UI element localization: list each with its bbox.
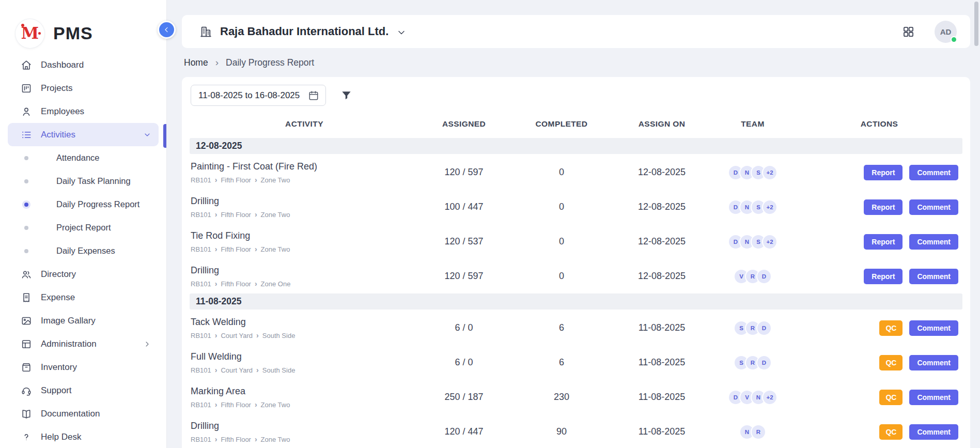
filter-icon[interactable] [340,89,352,101]
team-member-avatar[interactable]: D [756,320,772,336]
row-actions: ReportComment [796,234,962,250]
qc-button[interactable]: QC [879,320,903,336]
team-avatars: DNS+2 [709,199,796,215]
sidebar-item-help-desk[interactable]: Help Desk [8,425,159,448]
avatar-initials: AD [940,27,952,36]
comment-button[interactable]: Comment [909,355,958,370]
team-overflow-badge[interactable]: +2 [762,390,777,405]
support-icon [21,385,32,396]
assigned-value: 6 / 0 [419,322,509,333]
qc-button[interactable]: QC [879,355,903,370]
completed-value: 0 [509,236,614,247]
chevron-right-icon [215,57,219,67]
sidebar-subitem-daily-task-planning[interactable]: Daily Task Planning [8,169,159,193]
inventory-icon [21,362,32,373]
sidebar-item-support[interactable]: Support [8,379,159,402]
sidebar-collapse-button[interactable] [158,21,176,39]
projects-icon [21,83,32,94]
comment-button[interactable]: Comment [909,390,958,405]
company-selector[interactable]: Raja Bahadur International Ltd. [199,25,407,38]
sidebar-subitem-daily-expenses[interactable]: Daily Expenses [8,239,159,262]
user-avatar[interactable]: AD [935,21,957,43]
chevron-right-icon [215,436,217,443]
sidebar-item-employees[interactable]: Employees [8,100,159,123]
comment-button[interactable]: Comment [909,269,958,284]
chevron-right-icon [255,245,257,253]
sidebar-item-inventory[interactable]: Inventory [8,356,159,379]
activity-cell: Tie Rod FixingRB101Fifth FloorZone Two [190,230,419,253]
sidebar-item-label: Directory [41,269,76,280]
assign-on-date: 12-08-2025 [614,202,709,212]
sidebar-item-label: Support [41,385,72,396]
activity-title: Drilling [191,421,414,431]
report-button[interactable]: Report [864,234,903,250]
online-status-dot [951,36,957,43]
team-member-avatar[interactable]: D [756,355,772,370]
row-actions: ReportComment [796,199,962,215]
apps-grid-icon[interactable] [902,25,915,38]
activity-row: Full WeldingRB101Court YardSouth Side6 /… [190,345,962,380]
app-name: PMS [53,23,93,43]
sidebar-item-label: Inventory [41,362,77,373]
assigned-value: 120 / 447 [419,426,509,437]
sidebar-item-dashboard[interactable]: Dashboard [8,53,159,76]
sidebar-item-expense[interactable]: Expense [8,286,159,309]
report-button[interactable]: Report [864,199,903,215]
activity-cell: Tack WeldingRB101Court YardSouth Side [190,317,419,339]
chevron-left-icon [163,26,170,34]
bullet-icon [24,226,28,230]
team-overflow-badge[interactable]: +2 [762,234,777,250]
report-button[interactable]: Report [864,269,903,284]
team-member-avatar[interactable]: D [756,269,772,284]
date-range-input[interactable]: 11-08-2025 to 16-08-2025 [191,85,326,106]
activity-cell: Marking AreaRB101Fifth FloorZone Two [190,386,419,409]
sidebar-item-activities[interactable]: Activities [8,123,159,146]
sidebar-item-label: Employees [41,106,84,117]
sidebar-item-administration[interactable]: Administration [8,332,159,356]
report-button[interactable]: Report [864,165,903,180]
location-path-segment: Fifth Floor [221,211,251,219]
location-path-segment: Zone Two [261,245,290,253]
activity-location-path: RB101Fifth FloorZone Two [191,401,414,409]
sidebar-item-image-gallary[interactable]: Image Gallary [8,309,159,332]
activity-cell: DrillingRB101Fifth FloorZone Two [190,421,419,443]
sidebar-subitem-project-report[interactable]: Project Report [8,216,159,239]
active-section-rail [163,124,166,148]
chevron-right-icon [255,211,257,218]
scrollbar-thumb[interactable] [974,2,978,46]
activity-location-path: RB101Fifth FloorZone Two [191,436,414,443]
activity-row: Marking AreaRB101Fifth FloorZone Two250 … [190,380,962,414]
team-member-avatar[interactable]: R [751,424,766,440]
sidebar-item-documentation[interactable]: Documentation [8,402,159,425]
team-overflow-badge[interactable]: +2 [762,165,777,180]
activities-icon [21,129,32,141]
comment-button[interactable]: Comment [909,165,958,180]
location-path-segment: Zone One [261,280,291,288]
comment-button[interactable]: Comment [909,424,958,440]
qc-button[interactable]: QC [879,424,903,440]
activity-location-path: RB101Fifth FloorZone Two [191,245,414,253]
location-path-segment: Court Yard [221,366,253,374]
comment-button[interactable]: Comment [909,320,958,336]
logo-mark: M [15,19,44,48]
sidebar-subitem-attendance[interactable]: Attendance [8,146,159,169]
filter-row: 11-08-2025 to 16-08-2025 [190,84,962,112]
column-header-assign-on: ASSIGN ON [614,119,709,129]
team-avatars: SRD [709,320,796,336]
logo-dot [21,24,24,27]
row-actions: QCComment [796,390,962,405]
sidebar-subitem-daily-progress-report[interactable]: Daily Progress Report [8,193,159,216]
sidebar-item-projects[interactable]: Projects [8,76,159,100]
breadcrumb-home[interactable]: Home [184,57,208,68]
activity-row: Tack WeldingRB101Court YardSouth Side6 /… [190,311,962,345]
sidebar-item-directory[interactable]: Directory [8,262,159,286]
comment-button[interactable]: Comment [909,234,958,250]
qc-button[interactable]: QC [879,390,903,405]
sidebar: M PMS DashboardProjectsEmployeesActiviti… [0,0,167,448]
sidebar-item-label: Activities [41,130,75,140]
location-path-segment: Court Yard [221,332,253,339]
main-content: Raja Bahadur International Ltd. AD Home … [182,0,970,448]
comment-button[interactable]: Comment [909,199,958,215]
team-overflow-badge[interactable]: +2 [762,199,777,215]
column-header-team: TEAM [709,119,796,129]
